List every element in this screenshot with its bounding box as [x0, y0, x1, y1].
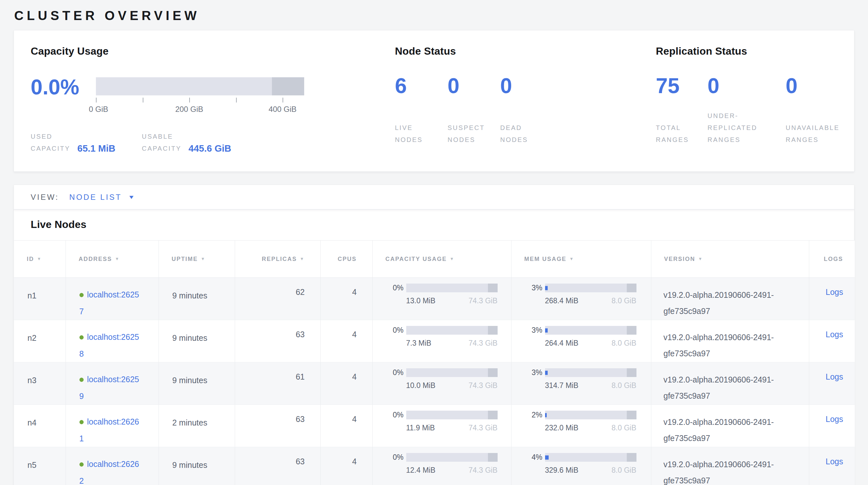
column-header-mem-usage[interactable]: MEM USAGE▼ [511, 240, 651, 278]
axis-label: 0 GiB [89, 105, 108, 114]
capacity-bar [406, 368, 498, 377]
capacity-bar-track [96, 77, 304, 95]
total-ranges-stat: 75 TOTAL RANGES [656, 76, 708, 146]
logs-link[interactable]: Logs [826, 372, 843, 381]
capacity-total: 74.3 GiB [469, 296, 498, 305]
mem-usage-cell: 4% 329.6 MiB8.0 GiB [511, 447, 651, 485]
capacity-usage-cell: 0% 13.0 MiB74.3 GiB [372, 278, 511, 320]
suspect-nodes-label: SUSPECT NODES [447, 122, 500, 146]
suspect-nodes-count: 0 [447, 76, 500, 95]
mem-bar [545, 326, 637, 335]
node-row-n1: n1 localhost:26257 9 minutes 62 4 0% 13.… [14, 278, 855, 320]
mem-used: 329.6 MiB [545, 466, 579, 475]
cluster-summary-card: Capacity Usage 0.0% 0 GiB 200 GiB 400 Gi… [13, 30, 855, 172]
total-ranges-label: TOTAL RANGES [656, 122, 708, 146]
node-id: n1 [14, 278, 66, 320]
capacity-total: 74.3 GiB [469, 466, 498, 475]
node-address-link[interactable]: localhost:26261 [80, 417, 139, 443]
mem-used: 314.7 MiB [545, 381, 579, 390]
logs-cell: Logs [809, 447, 855, 485]
mem-percent: 2% [524, 411, 542, 432]
used-capacity-value: 65.1 MiB [78, 143, 116, 154]
node-version-cell: v19.2.0-alpha.20190606-2491-gfe735c9a97 [651, 320, 809, 363]
logs-cell: Logs [809, 278, 855, 320]
live-status-dot [80, 293, 84, 297]
column-header-version[interactable]: VERSION▼ [651, 240, 809, 278]
column-header-id[interactable]: ID▼ [14, 240, 66, 278]
logs-cell: Logs [809, 363, 855, 405]
live-nodes-stat: 6 LIVE NODES [395, 76, 447, 146]
logs-link[interactable]: Logs [826, 330, 843, 339]
dead-nodes-stat: 0 DEAD NODES [500, 76, 553, 146]
mem-usage-cell: 2% 232.0 MiB8.0 GiB [511, 405, 651, 447]
logs-link[interactable]: Logs [826, 457, 843, 466]
node-version-cell: v19.2.0-alpha.20190606-2491-gfe735c9a97 [651, 405, 809, 447]
node-version-cell: v19.2.0-alpha.20190606-2491-gfe735c9a97 [651, 363, 809, 405]
node-row-n5: n5 localhost:26262 9 minutes 63 4 0% 12.… [14, 447, 855, 485]
mem-total: 8.0 GiB [612, 296, 637, 305]
mem-percent: 3% [524, 326, 542, 348]
view-dropdown[interactable]: NODE LIST ▼ [69, 193, 134, 202]
node-uptime: 9 minutes [159, 320, 235, 363]
mem-bar [545, 411, 637, 419]
mem-total: 8.0 GiB [612, 381, 637, 390]
node-address-link[interactable]: localhost:26258 [80, 333, 139, 358]
mem-usage-cell: 3% 264.4 MiB8.0 GiB [511, 320, 651, 363]
under-replicated-count: 0 [708, 76, 786, 95]
node-id: n5 [14, 447, 66, 485]
capacity-total: 74.3 GiB [469, 381, 498, 390]
logs-link[interactable]: Logs [826, 415, 843, 424]
node-replicas: 63 [235, 405, 320, 447]
capacity-usage-cell: 0% 10.0 MiB74.3 GiB [372, 363, 511, 405]
node-address-link[interactable]: localhost:26259 [80, 375, 139, 401]
capacity-bar [406, 326, 498, 335]
capacity-axis-ticks [96, 98, 304, 104]
capacity-usage-cell: 0% 12.4 MiB74.3 GiB [372, 447, 511, 485]
replication-status-title: Replication Status [656, 45, 868, 57]
under-replicated-label: UNDER- REPLICATED RANGES [708, 110, 786, 146]
mem-percent: 4% [524, 453, 542, 475]
column-header-logs: LOGS [809, 240, 855, 278]
live-nodes-table: ID▼ ADDRESS▼ UPTIME▼ REPLICAS▼ CPUS CAPA… [14, 240, 855, 485]
view-dropdown-value: NODE LIST [69, 193, 122, 202]
column-header-uptime[interactable]: UPTIME▼ [159, 240, 235, 278]
capacity-used: 10.0 MiB [406, 381, 436, 390]
node-address-cell: localhost:26262 [66, 447, 159, 485]
dead-nodes-count: 0 [500, 76, 553, 95]
mem-used: 268.4 MiB [545, 296, 579, 305]
view-bar: VIEW: NODE LIST ▼ [13, 184, 855, 209]
sort-desc-icon: ▼ [569, 256, 574, 261]
capacity-used: 13.0 MiB [406, 296, 436, 305]
sort-desc-icon: ▼ [201, 256, 206, 261]
node-address-link[interactable]: localhost:26262 [80, 459, 139, 485]
capacity-bar [406, 284, 498, 292]
node-address-cell: localhost:26259 [66, 363, 159, 405]
mem-total: 8.0 GiB [612, 339, 637, 348]
view-label: VIEW: [31, 193, 59, 202]
column-header-address[interactable]: ADDRESS▼ [66, 240, 159, 278]
sort-desc-icon: ▼ [300, 256, 305, 261]
live-nodes-count: 6 [395, 76, 447, 95]
node-row-n4: n4 localhost:26261 2 minutes 63 4 0% 11.… [14, 405, 855, 447]
capacity-total: 74.3 GiB [469, 339, 498, 348]
sort-desc-icon: ▼ [450, 256, 455, 261]
column-header-capacity-usage[interactable]: CAPACITY USAGE▼ [372, 240, 511, 278]
capacity-total: 74.3 GiB [469, 424, 498, 432]
node-id: n3 [14, 363, 66, 405]
node-id: n4 [14, 405, 66, 447]
mem-percent: 3% [524, 284, 542, 305]
capacity-usage-cell: 0% 11.9 MiB74.3 GiB [372, 405, 511, 447]
dead-nodes-label: DEAD NODES [500, 122, 553, 146]
column-header-replicas[interactable]: REPLICAS▼ [235, 240, 320, 278]
capacity-bar [406, 453, 498, 462]
node-uptime: 9 minutes [159, 447, 235, 485]
node-cpus: 4 [320, 363, 372, 405]
node-id: n2 [14, 320, 66, 363]
used-capacity-stat: USED CAPACITY 65.1 MiB [31, 131, 115, 154]
capacity-bar-unusable-segment [272, 77, 304, 95]
axis-label: 400 GiB [269, 105, 297, 114]
capacity-percent: 0% [385, 453, 404, 475]
logs-link[interactable]: Logs [826, 287, 843, 296]
mem-used: 232.0 MiB [545, 424, 579, 432]
node-address-link[interactable]: localhost:26257 [80, 290, 139, 316]
